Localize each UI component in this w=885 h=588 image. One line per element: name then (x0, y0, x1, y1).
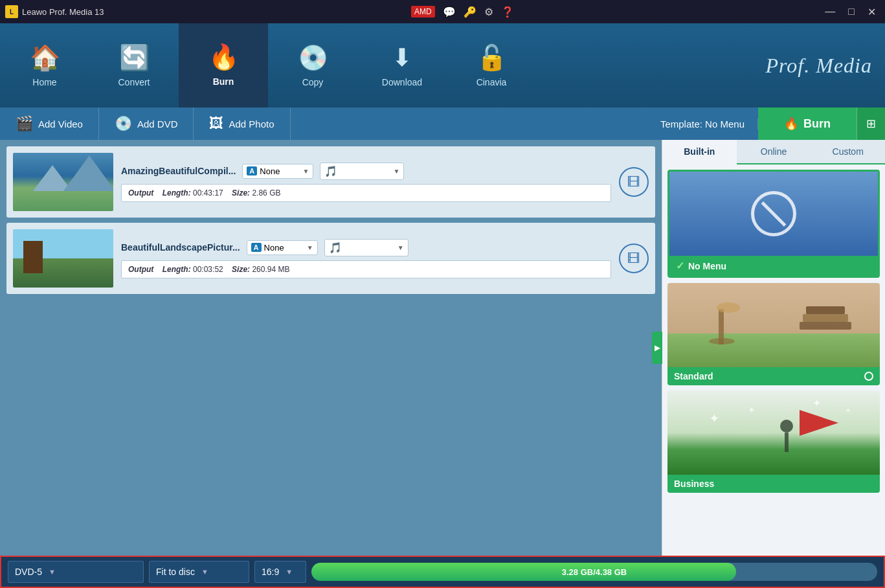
amd-icon: AMD (411, 6, 435, 17)
ratio-select[interactable]: 16:9 (254, 561, 306, 583)
svg-rect-7 (785, 433, 789, 452)
output-label-1: Output (128, 188, 153, 198)
svg-rect-4 (803, 314, 848, 322)
burn-icon: 🔥 (208, 43, 239, 71)
size-label-1: Size: (232, 188, 250, 198)
check-icon: ✓ (676, 260, 684, 272)
title-bar-controls: — □ ✕ (821, 5, 880, 19)
key-icon[interactable]: 🔑 (464, 6, 476, 18)
nav-convert[interactable]: 🔄 Convert (89, 23, 179, 107)
ratio-value: 16:9 (262, 567, 279, 577)
standard-label: Standard (674, 371, 713, 381)
nav-copy[interactable]: 💿 Copy (268, 23, 357, 107)
add-photo-button[interactable]: 🖼 Add Photo (194, 107, 290, 140)
svg-text:✦: ✦ (845, 406, 851, 415)
toolbar: 🎬 Add Video 💿 Add DVD 🖼 Add Photo Templa… (0, 107, 885, 140)
music-dropdown-1[interactable]: 🎵 (320, 163, 404, 180)
help-icon[interactable]: ❓ (501, 6, 514, 18)
subtitle-icon: A (247, 166, 257, 175)
svg-point-6 (780, 420, 793, 433)
no-menu-label: No Menu (688, 261, 726, 271)
settings-icon[interactable]: ⚙ (484, 6, 493, 18)
home-icon: 🏠 (30, 43, 60, 72)
edit-icon-2: 🎞 (627, 251, 640, 266)
tab-builtin[interactable]: Built-in (662, 140, 737, 164)
length-label-2: Length: (162, 265, 191, 274)
video-meta-2: Output Length: 00:03:52 Size: 260.94 MB (121, 260, 611, 278)
fit-mode-select[interactable]: Fit to disc (149, 561, 249, 583)
title-bar: L Leawo Prof. Media 13 AMD 💬 🔑 ⚙ ❓ — □ ✕ (0, 0, 885, 23)
nav-download[interactable]: ⬇ Download (357, 23, 447, 107)
title-bar-left: L Leawo Prof. Media 13 (5, 5, 104, 18)
template-label-no-menu: ✓ No Menu (669, 256, 878, 276)
nav-cinavia[interactable]: 🔓 Cinavia (447, 23, 536, 107)
svg-text:✦: ✦ (748, 405, 756, 415)
subtitle-icon-2: A (251, 243, 262, 252)
video-title-2: BeautifulLandscapePictur... (121, 242, 240, 253)
template-card-standard[interactable]: Standard (667, 283, 880, 385)
panel-collapse-button[interactable]: ▶ (652, 332, 662, 364)
edit-button-1[interactable]: 🎞 (619, 167, 649, 197)
chat-icon[interactable]: 💬 (443, 6, 456, 18)
burn-btn-icon: 🔥 (784, 117, 798, 131)
video-info-2: BeautifulLandscapePictur... A None 🎵 Out… (121, 239, 611, 278)
add-dvd-label: Add DVD (137, 119, 178, 130)
minimize-button[interactable]: — (821, 5, 839, 19)
size-label-2: Size: (232, 265, 250, 274)
video-item-1: AmazingBeautifulCompil... A None 🎵 Outpu… (6, 146, 655, 218)
business-label: Business (674, 479, 714, 489)
nav-burn[interactable]: 🔥 Burn (179, 23, 268, 107)
standard-radio (864, 372, 873, 381)
convert-icon: 🔄 (119, 43, 150, 72)
maximize-button[interactable]: □ (844, 5, 858, 19)
video-info-1: AmazingBeautifulCompil... A None 🎵 Outpu… (121, 163, 611, 202)
progress-text: 3.28 GB/4.38 GB (562, 567, 627, 577)
tab-custom[interactable]: Custom (811, 140, 885, 163)
template-card-business[interactable]: ✦ ✦ ✦ ✦ Business (667, 390, 880, 493)
video-thumb-2 (13, 229, 113, 288)
svg-text:✦: ✦ (709, 411, 720, 425)
svg-rect-1 (719, 309, 724, 345)
nav-burn-label: Burn (213, 76, 234, 87)
size-value-1: 2.86 GB (252, 188, 280, 198)
business-thumbnail-svg: ✦ ✦ ✦ ✦ (667, 390, 880, 475)
disc-type-select[interactable]: DVD-5 (8, 561, 144, 583)
close-button[interactable]: ✕ (864, 5, 880, 19)
template-thumb-business: ✦ ✦ ✦ ✦ (667, 390, 880, 475)
template-thumb-no-menu (669, 172, 878, 256)
progress-bar-container: 3.28 GB/4.38 GB (311, 563, 877, 581)
add-video-button[interactable]: 🎬 Add Video (0, 107, 99, 140)
tab-online[interactable]: Online (737, 140, 811, 163)
grid-button[interactable]: ⊞ (857, 107, 885, 140)
toolbar-right: Template: No Menu 🔥 Burn ⊞ (647, 107, 885, 140)
nav-home-label: Home (32, 77, 56, 87)
video-meta-1: Output Length: 00:43:17 Size: 2.86 GB (121, 184, 611, 202)
burn-button[interactable]: 🔥 Burn (758, 107, 857, 140)
template-label: Template: No Menu (647, 119, 758, 130)
subtitle-dropdown-1[interactable]: A None (242, 164, 313, 179)
svg-marker-8 (800, 410, 838, 436)
template-label-business: Business (667, 475, 880, 493)
title-bar-icons: AMD 💬 🔑 ⚙ ❓ (411, 6, 514, 18)
nav-home[interactable]: 🏠 Home (0, 23, 89, 107)
music-dropdown-2[interactable]: 🎵 (324, 239, 409, 256)
video-info-top-1: AmazingBeautifulCompil... A None 🎵 (121, 163, 611, 180)
download-icon: ⬇ (392, 43, 412, 72)
top-nav: 🏠 Home 🔄 Convert 🔥 Burn 💿 Copy ⬇ Downloa… (0, 23, 885, 107)
subtitle-dropdown-2[interactable]: A None (247, 240, 318, 255)
edit-button-2[interactable]: 🎞 (619, 243, 649, 273)
svg-rect-3 (800, 322, 851, 330)
standard-thumbnail-svg (667, 283, 880, 367)
disc-type-value: DVD-5 (15, 567, 42, 577)
length-value-1: 00:43:17 (193, 188, 223, 198)
template-card-no-menu[interactable]: ✓ No Menu (667, 170, 880, 278)
subtitle-value-2: None (264, 243, 284, 253)
fit-mode-value: Fit to disc (156, 567, 195, 577)
template-label-standard: Standard (667, 367, 880, 385)
video-item-2: BeautifulLandscapePictur... A None 🎵 Out… (6, 223, 655, 294)
add-dvd-button[interactable]: 💿 Add DVD (99, 107, 194, 140)
app-logo: L (5, 5, 18, 18)
music-icon-2: 🎵 (329, 242, 342, 254)
svg-point-2 (717, 302, 740, 313)
output-label-2: Output (128, 265, 153, 274)
